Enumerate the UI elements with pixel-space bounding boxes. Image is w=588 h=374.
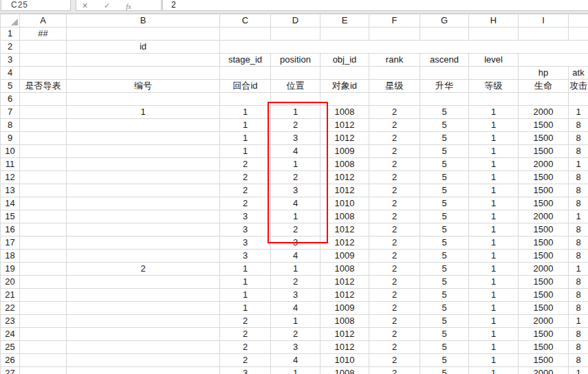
cell-A6[interactable] [20,93,67,106]
cell-J9[interactable]: 8 [569,132,588,145]
cell-E5[interactable]: 对象id [320,80,369,93]
cell-E13[interactable]: 1012 [320,184,369,197]
cell-E17[interactable]: 1012 [320,236,369,250]
cell-G16[interactable]: 5 [420,223,469,236]
cell-I15[interactable]: 2000 [519,210,569,223]
cell-G13[interactable]: 5 [420,184,469,197]
cell-I8[interactable]: 1500 [519,119,569,132]
cell-E22[interactable]: 1009 [320,302,369,315]
cell-B13[interactable] [67,184,220,197]
cell-E21[interactable]: 1012 [320,289,369,302]
cell-A22[interactable] [20,302,67,315]
row-header-13[interactable]: 13 [1,184,20,197]
col-header-A[interactable]: A [20,14,67,28]
cell-J24[interactable]: 8 [569,328,588,341]
cell-G19[interactable]: 5 [420,263,469,276]
cell-J26[interactable]: 8 [569,354,588,367]
cell-F19[interactable]: 2 [369,263,420,276]
cell-E15[interactable]: 1008 [320,210,369,223]
cell-G25[interactable]: 5 [420,341,469,354]
cell-C27[interactable]: 3 [220,367,271,374]
cell-B8[interactable] [67,119,220,132]
cell-C15[interactable]: 3 [220,210,271,223]
cell-E24[interactable]: 1012 [320,328,369,341]
cell-I4[interactable]: hp [519,67,569,80]
cell-C22[interactable]: 1 [220,302,271,315]
cell-J16[interactable]: 8 [569,223,588,236]
cell-H16[interactable]: 1 [469,223,519,236]
cell-D17[interactable]: 3 [271,236,320,250]
cell-B3[interactable] [67,54,220,67]
cell-F8[interactable]: 2 [369,119,420,132]
cell-C14[interactable]: 2 [220,197,271,210]
cell-G12[interactable]: 5 [420,171,469,184]
cell-G3[interactable]: ascend [420,54,469,67]
cell-H4[interactable] [469,67,519,80]
cell-C23[interactable]: 2 [220,315,271,328]
cell-H14[interactable]: 1 [469,197,519,210]
cell-J6[interactable] [569,93,588,106]
cell-I1[interactable] [519,28,569,41]
cell-G18[interactable]: 5 [420,250,469,263]
cell-B1[interactable] [67,28,220,41]
cell-C18[interactable]: 3 [220,250,271,263]
cell-D16[interactable]: 2 [271,223,320,236]
cell-B23[interactable] [67,315,220,328]
cell-J20[interactable]: 8 [569,276,588,289]
cell-C17[interactable]: 3 [220,236,271,250]
cell-E9[interactable]: 1012 [320,132,369,145]
row-header-14[interactable]: 14 [1,197,20,210]
cell-A26[interactable] [20,354,67,367]
cell-E20[interactable]: 1012 [320,276,369,289]
cell-G23[interactable]: 5 [420,315,469,328]
cell-F25[interactable]: 2 [369,341,420,354]
cell-B26[interactable] [67,354,220,367]
cell-I5[interactable]: 生命 [519,80,569,93]
col-header-C[interactable]: C [220,14,271,28]
cell-C10[interactable]: 1 [220,145,271,158]
cell-D7[interactable]: 1 [271,106,320,119]
cell-J13[interactable]: 8 [569,184,588,197]
cell-F24[interactable]: 2 [369,328,420,341]
cell-G1[interactable] [420,28,469,41]
cell-J12[interactable]: 8 [569,171,588,184]
cell-E4[interactable] [320,67,369,80]
cell-I24[interactable]: 1500 [519,328,569,341]
cell-A1[interactable]: ## [20,28,67,41]
formula-input[interactable]: 2 [162,0,588,11]
cell-C26[interactable]: 2 [220,354,271,367]
col-header-E[interactable]: E [320,14,369,28]
cell-A20[interactable] [20,276,67,289]
cell-I13[interactable]: 1500 [519,184,569,197]
cell-B25[interactable] [67,341,220,354]
cell-I23[interactable]: 2000 [519,315,569,328]
row-header-1[interactable]: 1 [1,28,20,41]
cell-A25[interactable] [20,341,67,354]
cell-B15[interactable] [67,210,220,223]
cell-D24[interactable]: 2 [271,328,320,341]
cell-E11[interactable]: 1008 [320,158,369,171]
row-header-18[interactable]: 18 [1,250,20,263]
cell-H21[interactable]: 1 [469,289,519,302]
cell-I26[interactable]: 1500 [519,354,569,367]
row-header-3[interactable]: 3 [1,54,20,67]
cell-G6[interactable] [420,93,469,106]
row-header-26[interactable]: 26 [1,354,20,367]
cell-E27[interactable]: 1008 [320,367,369,374]
row-header-21[interactable]: 21 [1,289,20,302]
row-header-19[interactable]: 19 [1,263,20,276]
col-header-B[interactable]: B [67,14,220,28]
cell-F3[interactable]: rank [369,54,420,67]
cell-E10[interactable]: 1009 [320,145,369,158]
cell-B17[interactable] [67,236,220,250]
cell-I9[interactable]: 1500 [519,132,569,145]
cell-A13[interactable] [20,184,67,197]
cell-C9[interactable]: 1 [220,132,271,145]
cell-E8[interactable]: 1012 [320,119,369,132]
cell-G26[interactable]: 5 [420,354,469,367]
cell-B14[interactable] [67,197,220,210]
cell-F12[interactable]: 2 [369,171,420,184]
cell-I25[interactable]: 1500 [519,341,569,354]
cell-D27[interactable]: 1 [271,367,320,374]
cell-H12[interactable]: 1 [469,171,519,184]
